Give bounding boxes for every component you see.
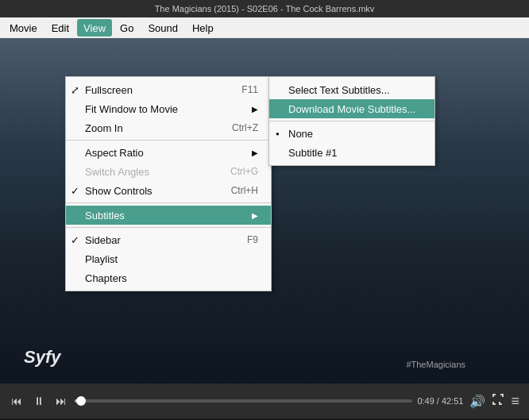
menu-chapters[interactable]: Chapters: [66, 268, 271, 287]
prev-button[interactable]: ⏮: [8, 393, 25, 409]
play-pause-button[interactable]: ⏸: [30, 393, 48, 409]
menu-fullscreen[interactable]: ⤢ Fullscreen F11: [66, 80, 271, 99]
hashtag-text: #TheMagicians: [406, 360, 465, 369]
menu-show-controls[interactable]: ✓ Show Controls Ctrl+H: [66, 181, 271, 200]
menu-playlist[interactable]: Playlist: [66, 249, 271, 268]
subtitles-dropdown-menu: Select Text Subtitles... Download Movie …: [268, 76, 435, 166]
video-area: Syfy #TheMagicians ⤢ Fullscreen F11 Fit …: [0, 38, 529, 383]
menu-edit[interactable]: Edit: [45, 19, 75, 37]
progress-bar[interactable]: [75, 399, 412, 403]
next-button[interactable]: ⏭: [52, 393, 70, 409]
menu-subtitle-none[interactable]: ● None: [269, 124, 434, 143]
subtitles-arrow: ▶: [252, 211, 258, 220]
menu-aspect-ratio[interactable]: Aspect Ratio ▶: [66, 143, 271, 162]
controls-bar: ⏮ ⏸ ⏭ 0:49 / 42:51 🔊 ≡: [0, 383, 529, 418]
aspect-ratio-arrow: ▶: [252, 148, 258, 157]
progress-handle[interactable]: [76, 396, 86, 406]
title-bar: The Magicians (2015) - S02E06 - The Cock…: [0, 0, 529, 17]
fullscreen-icon-symbol: ⤢: [71, 84, 79, 96]
menu-help[interactable]: Help: [186, 19, 220, 37]
progress-container: [75, 399, 412, 403]
menu-select-text-subtitles[interactable]: Select Text Subtitles...: [269, 80, 434, 99]
separator-3: [66, 227, 271, 228]
separator-2: [66, 202, 271, 203]
menu-go[interactable]: Go: [114, 19, 140, 37]
menu-download-movie-subtitles[interactable]: Download Movie Subtitles...: [269, 99, 434, 118]
separator-1: [66, 140, 271, 141]
fit-window-arrow: ▶: [252, 105, 258, 114]
right-controls: 🔊 ≡: [468, 391, 521, 411]
menu-bar: Movie Edit View Go Sound Help: [0, 17, 529, 38]
show-controls-check: ✓: [71, 185, 79, 197]
menu-subtitles[interactable]: Subtitles ▶: [66, 206, 271, 225]
menu-movie[interactable]: Movie: [3, 19, 44, 37]
volume-area: 🔊: [468, 392, 487, 410]
none-dot: ●: [276, 130, 280, 137]
subtitles-separator: [269, 121, 434, 121]
time-display: 0:49 / 42:51: [417, 396, 463, 406]
menu-view[interactable]: View: [77, 19, 112, 37]
menu-zoom-in[interactable]: Zoom In Ctrl+Z: [66, 118, 271, 137]
view-dropdown-menu: ⤢ Fullscreen F11 Fit Window to Movie ▶ Z…: [65, 76, 272, 291]
volume-icon[interactable]: 🔊: [468, 392, 487, 410]
menu-subtitle-1[interactable]: Subtitle #1: [269, 143, 434, 162]
menu-fit-window[interactable]: Fit Window to Movie ▶: [66, 99, 271, 118]
menu-sound[interactable]: Sound: [141, 19, 184, 37]
sidebar-check: ✓: [71, 234, 79, 246]
title-text: The Magicians (2015) - S02E06 - The Cock…: [155, 4, 375, 13]
fullscreen-button[interactable]: [490, 391, 506, 410]
menu-sidebar[interactable]: ✓ Sidebar F9: [66, 230, 271, 249]
menu-button[interactable]: ≡: [509, 391, 521, 411]
menu-switch-angles[interactable]: Switch Angles Ctrl+G: [66, 162, 271, 181]
syfy-logo: Syfy: [24, 347, 60, 368]
